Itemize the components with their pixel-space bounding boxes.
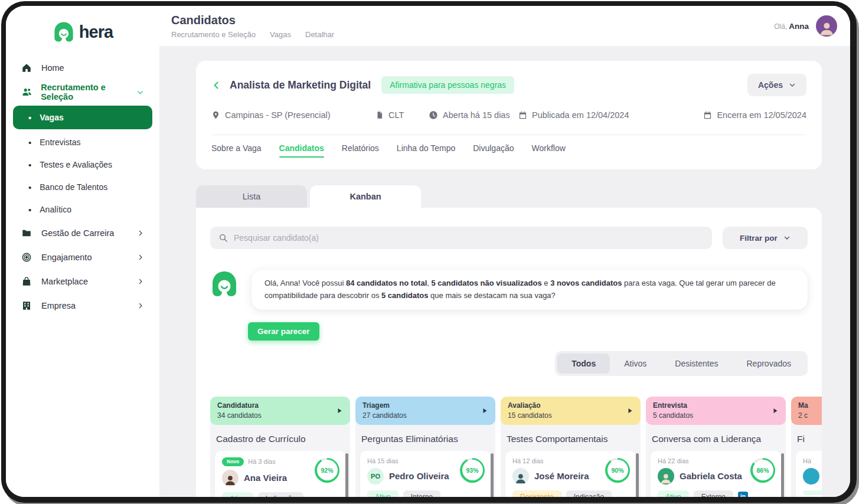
stage-count: 15 candidatos: [508, 411, 633, 420]
person-icon: [818, 19, 835, 37]
tab-lista[interactable]: Lista: [196, 185, 307, 208]
filter-ativos[interactable]: Ativos: [610, 354, 661, 374]
filter-todos[interactable]: Todos: [557, 354, 610, 374]
status-tag: Ativo: [658, 490, 689, 497]
candidate-avatar: [803, 468, 819, 485]
candidate-card[interactable]: Há 12 dias José Moreira 90% Desistente I…: [505, 451, 636, 497]
stage-subtitle: Testes Comportamentais: [507, 434, 637, 444]
stage-subtitle: Cadastro de Currículo: [216, 434, 347, 444]
column-scrollbar[interactable]: [491, 453, 494, 497]
candidate-name: José Moreira: [534, 471, 589, 481]
main-area: Candidatos Recrutamento e Seleção Vagas …: [159, 6, 850, 497]
topbar: Candidatos Recrutamento e Seleção Vagas …: [159, 6, 850, 46]
job-contract-type: CLT: [375, 110, 429, 120]
source-tag: Indicação: [566, 490, 612, 497]
user-greeting: Olá,Anna: [774, 22, 809, 31]
stage-subtitle: Conversa com a Liderança: [652, 434, 782, 444]
generate-report-button[interactable]: Gerar parecer: [248, 322, 319, 341]
sidebar: hera Home Recrutamento e Seleção • Vagas…: [6, 6, 159, 497]
candidate-name: Ana Vieira: [244, 473, 287, 483]
sidebar-item-label: Home: [41, 63, 64, 73]
match-score: 93%: [466, 467, 478, 474]
tab-sobre-a-vaga[interactable]: Sobre a Vaga: [211, 143, 262, 158]
column-scrollbar[interactable]: [781, 453, 784, 497]
collapse-arrow-icon[interactable]: [772, 407, 779, 414]
home-icon: [21, 62, 33, 74]
assistant-row: Olá, Anna! Você possui 84 candidatos no …: [210, 270, 808, 310]
sidebar-subitem-label: Banco de Talentos: [40, 182, 107, 192]
sidebar-item-analitico[interactable]: • Analítico: [15, 199, 150, 220]
bullet-icon: •: [28, 113, 31, 123]
bullet-icon: •: [28, 182, 31, 192]
candidate-avatar: [658, 468, 674, 485]
column-scrollbar[interactable]: [345, 453, 348, 497]
match-score: 90%: [611, 467, 623, 474]
filter-by-button[interactable]: Filtrar por: [723, 227, 808, 249]
candidate-card[interactable]: Novo Há 3 dias Ana Vieira 92% Ativo Indi…: [215, 451, 345, 497]
sidebar-item-label: Marketplace: [41, 277, 88, 286]
sidebar-item-home[interactable]: Home: [15, 57, 150, 79]
breadcrumb-item[interactable]: Recrutamento e Seleção: [171, 30, 256, 39]
candidate-card[interactable]: Há 15 dias PO Pedro Oliveira 93% Ativo I…: [360, 451, 491, 497]
candidate-card[interactable]: Há 22 dias Gabriela Costa 86% Ativo Exte…: [651, 451, 781, 497]
breadcrumb-item[interactable]: Detalhar: [305, 30, 334, 39]
shopping-bag-icon: [21, 276, 33, 287]
sidebar-item-marketplace[interactable]: Marketplace: [15, 270, 150, 293]
brand-logo[interactable]: hera: [12, 17, 153, 47]
candidate-avatar: [222, 470, 239, 486]
sidebar-item-banco-talentos[interactable]: • Banco de Talentos: [15, 176, 150, 198]
collapse-arrow-icon[interactable]: [626, 407, 633, 414]
stage-count: 27 candidatos: [362, 411, 488, 420]
user-name: Anna: [789, 22, 809, 31]
collapse-arrow-icon[interactable]: [336, 407, 343, 414]
tab-workflow[interactable]: Workflow: [532, 143, 566, 158]
stage-name: Avaliação: [508, 401, 633, 410]
column-header: Triagem 27 candidatos: [355, 397, 495, 425]
kanban-column-avaliacao: Avaliação 15 candidatos Testes Comportam…: [501, 397, 641, 497]
tab-linha-do-tempo[interactable]: Linha do Tempo: [397, 143, 455, 158]
bullet-icon: •: [28, 160, 31, 170]
chevron-right-icon: [137, 254, 144, 261]
sidebar-item-label: Recrutamento e Seleção: [41, 83, 136, 102]
filter-reprovados[interactable]: Reprovados: [733, 354, 806, 374]
affirmative-badge: Afirmativa para pessoas negras: [381, 76, 514, 94]
app-window: hera Home Recrutamento e Seleção • Vagas…: [0, 0, 859, 504]
tab-kanban[interactable]: Kanban: [310, 185, 421, 208]
sidebar-item-vagas[interactable]: • Vagas: [13, 106, 152, 129]
user-avatar[interactable]: [816, 15, 837, 37]
job-tabs: Sobre a Vaga Candidatos Relatórios Linha…: [211, 135, 806, 158]
tab-candidatos[interactable]: Candidatos: [279, 143, 324, 158]
stage-count: 34 candidatos: [217, 411, 343, 420]
back-chevron-icon[interactable]: [211, 80, 221, 90]
candidate-avatar: [512, 468, 529, 485]
chevron-down-icon: [789, 81, 796, 89]
tab-divulgacao[interactable]: Divulgação: [473, 143, 514, 158]
calendar-icon: [703, 110, 712, 120]
candidate-card[interactable]: Há: [796, 451, 822, 497]
match-score-ring: 93%: [460, 458, 485, 483]
column-header: Ma 2 c: [791, 397, 822, 425]
sidebar-subitem-label: Testes e Avaliações: [40, 160, 112, 169]
column-scrollbar[interactable]: [636, 453, 639, 497]
filter-desistentes[interactable]: Desistentes: [661, 354, 732, 374]
source-tag: Indicação: [258, 492, 303, 497]
stage-name: Triagem: [362, 401, 488, 410]
tab-relatorios[interactable]: Relatórios: [342, 143, 379, 158]
match-score-ring: 92%: [315, 458, 339, 483]
sidebar-item-gestao-carreira[interactable]: Gestão de Carreira: [15, 222, 150, 244]
search-input[interactable]: [234, 233, 704, 243]
linkedin-icon[interactable]: in: [738, 492, 748, 497]
breadcrumb-item[interactable]: Vagas: [270, 30, 291, 39]
clock-icon: [429, 110, 438, 120]
actions-button[interactable]: Ações: [747, 74, 806, 96]
sidebar-item-recrutamento[interactable]: Recrutamento e Seleção: [15, 81, 150, 103]
sidebar-item-entrevistas[interactable]: • Entrevistas: [15, 132, 150, 153]
sidebar-item-empresa[interactable]: Empresa: [15, 294, 150, 317]
page-title: Candidatos: [171, 14, 334, 27]
sidebar-item-engajamento[interactable]: Engajamento: [15, 246, 150, 269]
collapse-arrow-icon[interactable]: [481, 407, 488, 414]
column-header: Avaliação 15 candidatos: [501, 397, 641, 425]
sidebar-item-testes[interactable]: • Testes e Avaliações: [15, 154, 150, 175]
job-published-date: Publicada em 12/04/2024: [518, 110, 691, 120]
status-filters: Todos Ativos Desistentes Reprovados: [210, 351, 808, 376]
